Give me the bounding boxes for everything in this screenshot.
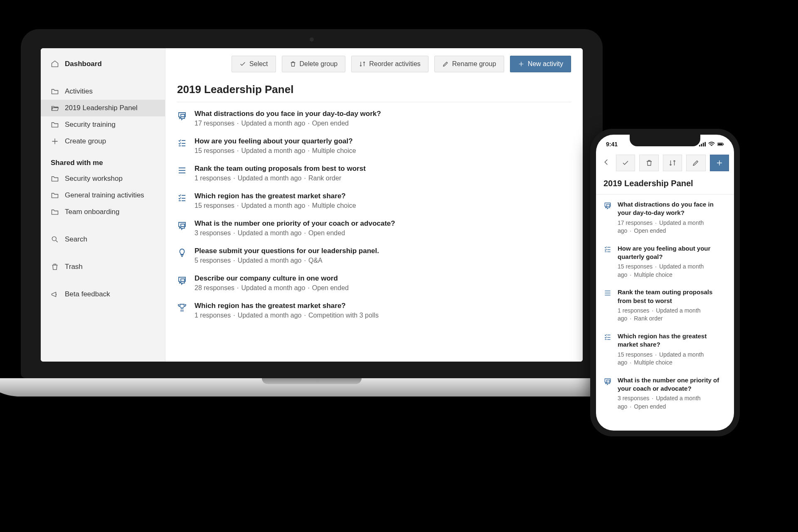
pencil-icon xyxy=(442,61,449,67)
page-title: 2019 Leadership Panel xyxy=(177,83,571,102)
activity-type: Open ended xyxy=(308,229,345,236)
activity-row[interactable]: Which region has the greatest market sha… xyxy=(177,192,571,209)
activity-title: What distractions do you face in your da… xyxy=(195,110,381,118)
trash-icon xyxy=(51,263,59,271)
new-activity-button[interactable]: New activity xyxy=(510,56,571,72)
rename-group-button[interactable]: Rename group xyxy=(434,56,504,72)
activity-updated: Updated a month ago xyxy=(238,175,302,182)
sidebar-item-label: Team onboarding xyxy=(65,208,119,216)
activity-meta: 15 responses·Updated a month ago·Multipl… xyxy=(195,147,356,155)
activity-title: Describe our company culture in one word xyxy=(195,274,349,283)
phone-delete-button[interactable] xyxy=(639,155,658,171)
sidebar-beta-label: Beta feedback xyxy=(65,290,110,298)
activity-row[interactable]: What is the number one priority of your … xyxy=(177,219,571,237)
mc-icon xyxy=(603,245,612,254)
sidebar-shared-security-workshop[interactable]: Security workshop xyxy=(41,170,165,187)
sidebar-dashboard-label: Dashboard xyxy=(65,60,102,68)
phone-back-button[interactable] xyxy=(601,158,612,168)
activity-row[interactable]: How are you feeling about your quarterly… xyxy=(177,137,571,155)
chevron-left-icon xyxy=(603,158,610,166)
activity-row[interactable]: Please submit your questions for our lea… xyxy=(177,247,571,264)
phone-select-button[interactable] xyxy=(616,155,635,171)
activity-type: Competition with 3 polls xyxy=(308,312,379,319)
activity-title: How are you feeling about your quarterly… xyxy=(195,137,356,145)
activity-responses: 3 responses xyxy=(618,395,649,401)
rank-icon xyxy=(603,289,612,297)
sidebar-shared-general-training-activities[interactable]: General training activities xyxy=(41,187,165,204)
reorder-icon xyxy=(669,159,676,167)
activity-updated: Updated a month ago xyxy=(241,284,305,291)
svg-rect-2 xyxy=(701,144,702,146)
phone-new-activity-button[interactable] xyxy=(710,155,729,171)
activity-row[interactable]: What is the number one priority of your … xyxy=(603,376,727,411)
activity-type: Rank order xyxy=(634,315,663,322)
activity-row[interactable]: What distractions do you face in your da… xyxy=(177,110,571,127)
activity-row[interactable]: Which region has the greatest market sha… xyxy=(603,332,727,367)
pencil-icon xyxy=(692,159,699,167)
sidebar-trash[interactable]: Trash xyxy=(41,259,165,275)
activity-row[interactable]: Which region has the greatest market sha… xyxy=(177,302,571,319)
activity-row[interactable]: Rank the team outing proposals from best… xyxy=(177,165,571,182)
activity-responses: 15 responses xyxy=(195,202,234,209)
activity-row[interactable]: What distractions do you face in your da… xyxy=(603,200,727,235)
activity-responses: 1 responses xyxy=(618,307,649,314)
laptop-mockup: Dashboard Activities2019 Leadership Pane… xyxy=(21,29,603,397)
activity-row[interactable]: Describe our company culture in one word… xyxy=(177,274,571,292)
trophy-icon xyxy=(177,303,187,313)
activity-meta: 15 responses·Updated a month ago·Multipl… xyxy=(618,263,727,279)
activity-updated: Updated a month ago xyxy=(241,120,305,127)
sidebar-item-security-training[interactable]: Security training xyxy=(41,116,165,133)
sidebar-item-2019-leadership-panel[interactable]: 2019 Leadership Panel xyxy=(41,100,165,116)
activity-title: Please submit your questions for our lea… xyxy=(195,247,379,255)
activity-meta: 3 responses·Updated a month ago·Open end… xyxy=(618,394,727,411)
home-icon xyxy=(51,60,59,68)
activity-title: Rank the team outing proposals from best… xyxy=(618,288,727,305)
activity-responses: 15 responses xyxy=(618,263,653,270)
activity-body: Which region has the greatest market sha… xyxy=(618,332,727,367)
activity-list: What distractions do you face in your da… xyxy=(177,110,571,319)
select-button[interactable]: Select xyxy=(232,56,276,72)
activity-row[interactable]: Rank the team outing proposals from best… xyxy=(603,288,727,323)
phone-activity-list: What distractions do you face in your da… xyxy=(596,195,734,431)
chat-icon xyxy=(177,111,187,121)
activity-row[interactable]: How are you feeling about your quarterly… xyxy=(603,244,727,279)
activity-updated: Updated a month ago xyxy=(238,229,302,236)
activity-body: What is the number one priority of your … xyxy=(195,219,395,237)
activity-responses: 1 responses xyxy=(195,312,231,319)
delete-group-button[interactable]: Delete group xyxy=(282,56,346,72)
chat-icon xyxy=(177,220,187,230)
trash-icon xyxy=(645,159,653,167)
activity-responses: 15 responses xyxy=(618,351,653,358)
sidebar-item-activities[interactable]: Activities xyxy=(41,83,165,100)
battery-icon xyxy=(717,142,724,147)
activity-responses: 15 responses xyxy=(195,147,234,154)
activity-body: What distractions do you face in your da… xyxy=(618,200,727,235)
activity-body: How are you feeling about your quarterly… xyxy=(195,137,356,155)
activity-updated: Updated a month ago xyxy=(241,202,305,209)
reorder-activities-button[interactable]: Reorder activities xyxy=(351,56,429,72)
sidebar-shared-heading: Shared with me xyxy=(41,150,165,170)
activity-meta: 1 responses·Updated a month ago·Competit… xyxy=(195,312,379,319)
sidebar: Dashboard Activities2019 Leadership Pane… xyxy=(41,48,165,362)
mc-icon xyxy=(177,193,187,203)
phone-reorder-button[interactable] xyxy=(663,155,682,171)
sidebar-dashboard[interactable]: Dashboard xyxy=(41,56,165,72)
activity-type: Q&A xyxy=(308,257,323,264)
activity-meta: 28 responses·Updated a month ago·Open en… xyxy=(195,284,349,292)
activity-title: What is the number one priority of your … xyxy=(195,219,395,228)
activity-title: Rank the team outing proposals from best… xyxy=(195,165,366,173)
activity-type: Open ended xyxy=(312,120,349,127)
laptop-base xyxy=(0,378,636,397)
svg-rect-1 xyxy=(699,145,700,147)
sidebar-item-label: 2019 Leadership Panel xyxy=(65,104,138,112)
sidebar-item-create-group[interactable]: Create group xyxy=(41,133,165,150)
phone-rename-button[interactable] xyxy=(686,155,705,171)
sidebar-shared-team-onboarding[interactable]: Team onboarding xyxy=(41,204,165,220)
activity-updated: Updated a month ago xyxy=(241,147,305,154)
sidebar-beta-feedback[interactable]: Beta feedback xyxy=(41,286,165,303)
activity-meta: 5 responses·Updated a month ago·Q&A xyxy=(195,257,379,264)
activity-type: Multiple choice xyxy=(634,271,672,278)
app-desktop: Dashboard Activities2019 Leadership Pane… xyxy=(41,48,583,362)
activity-meta: 1 responses·Updated a month ago·Rank ord… xyxy=(195,175,366,182)
sidebar-search[interactable]: Search xyxy=(41,231,165,248)
